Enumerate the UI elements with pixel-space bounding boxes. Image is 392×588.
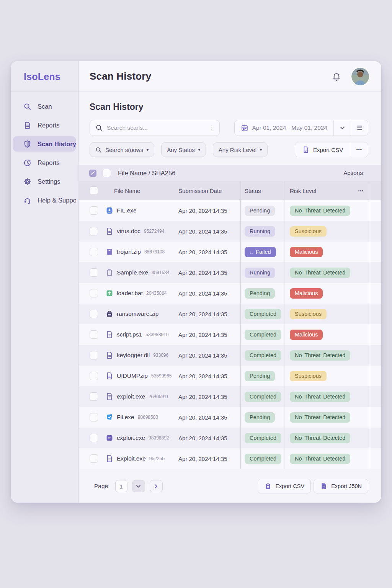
submission-date: Apr 20, 2024 14:35	[178, 228, 240, 235]
submission-date: Apr 20, 2024 14:35	[178, 290, 240, 297]
caret-down-icon: ▾	[147, 148, 149, 152]
search-scope-chip[interactable]: Search s(oows ▾	[90, 142, 154, 157]
row-checkbox[interactable]	[90, 227, 98, 235]
row-checkbox[interactable]	[90, 413, 98, 421]
table-row[interactable]: virus.doc 95272494, Apr 20, 2024 14:35 R…	[79, 221, 381, 242]
sidebar-item-label: Reports	[38, 159, 60, 167]
file-name: trojan.zip	[117, 248, 141, 255]
sidebar-item-label: Reports	[38, 122, 60, 129]
chevron-down-icon	[135, 483, 142, 490]
download-file-icon	[106, 207, 113, 214]
table-row[interactable]: ransomware.zip Apr 20, 2024 14:35 Comple…	[79, 304, 381, 324]
sidebar-item-reports[interactable]: Reports	[13, 118, 76, 133]
chevron-right-icon	[153, 483, 159, 490]
table-row[interactable]: keylogger.dll 933096 Apr 20, 2024 14:35 …	[79, 345, 381, 366]
date-range-field[interactable]: Apr 01, 2024 - May 01, 2024	[235, 124, 333, 132]
table-row[interactable]: exploit.exe 98398892 Apr 20, 2024 14:35 …	[79, 428, 381, 448]
risk-badge: No Threat Detected	[290, 206, 350, 216]
table-row[interactable]: FIL.exe Apr 20, 2024 14:35 Pending No Th…	[79, 200, 381, 221]
risk-badge: Malicious	[290, 330, 323, 340]
submission-date: Apr 20, 2024 14:35	[178, 249, 240, 255]
table-row[interactable]: Fil.exe 98698580 Apr 20, 2024 14:35 Pend…	[79, 407, 381, 428]
row-checkbox[interactable]	[90, 392, 98, 401]
app-window: IsoLens Scan Reports Scan History Report…	[11, 61, 381, 503]
bell-icon[interactable]	[332, 72, 341, 82]
risk-filter-dropdown[interactable]: Any Risk Level ▾	[213, 142, 268, 157]
table-row[interactable]: Sample.exe 3591534, Apr 20, 2024 14:35 R…	[79, 262, 381, 283]
risk-badge: No Threat Detected	[290, 392, 350, 402]
sidebar-item-settings[interactable]: Settings	[13, 174, 76, 189]
row-checkbox[interactable]	[90, 330, 98, 339]
sidebar-item-reports[interactable]: Reports	[13, 155, 76, 170]
date-range-picker: Apr 01, 2024 - May 01, 2024	[234, 120, 368, 136]
table-row[interactable]: trojan.zip 88673108 Apr 20, 2024 14:35 ↓…	[79, 242, 381, 262]
file-name: virus.doc	[117, 228, 140, 235]
row-checkbox[interactable]	[90, 268, 98, 277]
row-checkbox[interactable]	[90, 434, 98, 442]
search-input[interactable]	[107, 124, 205, 131]
calendar-icon	[241, 124, 248, 132]
select-all-indeterminate-checkbox[interactable]	[89, 170, 96, 177]
sidebar-item-scan[interactable]: Scan	[13, 99, 76, 114]
date-chevron-button[interactable]	[334, 120, 351, 136]
table-row[interactable]: UIDUMPzip 53599965 Apr 20, 2024 14:35 Pe…	[79, 366, 381, 386]
status-badge: Completed	[245, 392, 281, 402]
select-all-checkbox[interactable]	[103, 169, 111, 177]
status-badge: Running	[245, 268, 275, 278]
row-actions-spacer	[370, 448, 381, 469]
export-csv-button[interactable]: Export CSV	[295, 142, 350, 157]
column-options-button[interactable]: •••	[358, 188, 364, 193]
submission-date: Apr 20, 2024 14:35	[178, 270, 240, 276]
filter-row-primary: ⋮ Apr 01, 2024 - May 01, 2024	[90, 120, 368, 136]
sidebar-nav: Scan Reports Scan History Reports Settin…	[11, 92, 78, 208]
row-checkbox[interactable]	[90, 206, 98, 215]
table-row[interactable]: Exploit.exe 952255 Apr 20, 2024 14:35 Co…	[79, 448, 381, 469]
status-filter-dropdown[interactable]: Any Status ▾	[161, 142, 206, 157]
submission-date: Apr 20, 2024 14:35	[178, 311, 240, 317]
row-checkbox[interactable]	[90, 248, 98, 256]
row-actions-spacer	[370, 221, 381, 242]
row-checkbox[interactable]	[90, 351, 98, 359]
sidebar-item-scan-history[interactable]: Scan History	[13, 136, 76, 152]
table-title: File Name / SHA256	[118, 170, 175, 177]
row-checkbox[interactable]	[90, 310, 98, 318]
check-file-icon	[106, 413, 113, 421]
scope-chip-label: Search s(oows	[105, 147, 143, 153]
header-checkbox[interactable]	[90, 186, 98, 195]
list-view-button[interactable]	[351, 120, 368, 136]
clock-icon	[23, 159, 31, 167]
col-file-name: File Name	[106, 188, 178, 194]
status-badge: Completed	[245, 433, 281, 443]
user-avatar[interactable]	[351, 68, 369, 85]
clipboard-export-icon	[264, 482, 272, 490]
page-size-dropdown[interactable]	[132, 480, 145, 492]
row-checkbox[interactable]	[90, 372, 98, 380]
row-checkbox[interactable]	[90, 289, 98, 297]
search-box: ⋮	[90, 120, 220, 136]
sidebar-item-help-support[interactable]: Help & Support	[13, 193, 76, 208]
page-title: Scan History	[90, 70, 151, 82]
gear-icon	[23, 178, 31, 186]
table-row[interactable]: script.ps1 533988910 Apr 20, 2024 14:35 …	[79, 324, 381, 345]
actions-column-label: Actions	[343, 170, 363, 176]
row-checkbox[interactable]	[90, 454, 98, 463]
file-hash: 3591534,	[152, 270, 171, 275]
kebab-icon[interactable]: ⋮	[209, 124, 215, 131]
submission-date: Apr 20, 2024 14:35	[178, 352, 240, 359]
more-options-button[interactable]: •••	[350, 142, 368, 157]
page-number-input[interactable]	[115, 480, 127, 492]
risk-badge: Suspicious	[290, 226, 327, 237]
export-csv-label: Export CSV	[313, 147, 343, 153]
footer-export-csv-button[interactable]: Export CSV	[258, 479, 311, 493]
sidebar-item-label: Help & Support	[38, 197, 76, 204]
table-row[interactable]: exploit.exe 26405911 Apr 20, 2024 14:35 …	[79, 386, 381, 407]
footer-export-json-button[interactable]: Export.J50N	[314, 479, 368, 493]
file-name: script.ps1	[117, 331, 142, 338]
search-icon	[95, 147, 102, 153]
row-actions-spacer	[370, 345, 381, 366]
table-row[interactable]: loader.bat 20435864 Apr 20, 2024 14:35 P…	[79, 283, 381, 304]
next-page-button[interactable]	[150, 480, 163, 492]
row-actions-spacer	[370, 304, 381, 324]
scan-history-table: File Name / SHA256 Actions File Name Sub…	[79, 165, 381, 469]
filter-row-secondary: Search s(oows ▾ Any Status ▾ Any Risk Le…	[90, 142, 368, 157]
